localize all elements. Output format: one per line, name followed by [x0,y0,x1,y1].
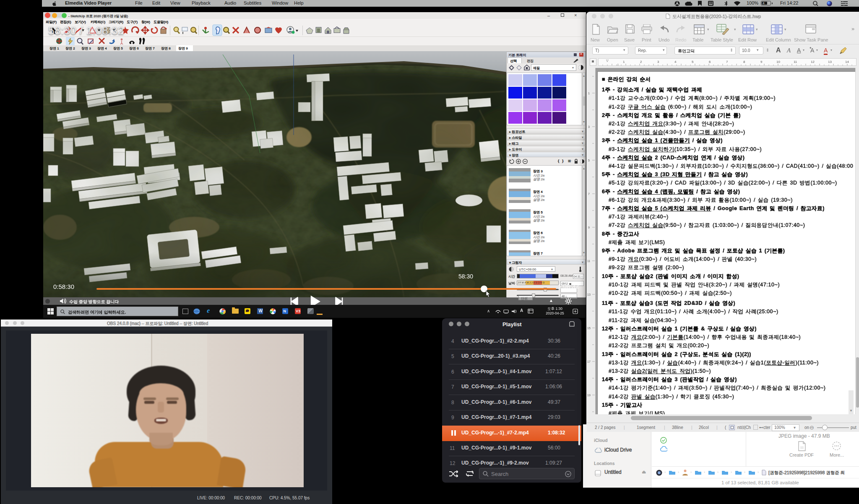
svg-text:1: 1 [623,60,625,64]
svg-text:9: 9 [760,60,763,64]
svg-text:13: 13 [828,60,832,64]
svg-text:13: 13 [587,293,591,296]
svg-text:7: 7 [726,60,728,64]
svg-text:9: 9 [588,226,590,229]
svg-text:11: 11 [587,260,590,262]
svg-text:6: 6 [709,60,711,64]
svg-text:4: 4 [674,60,677,64]
svg-text:12: 12 [811,60,815,64]
svg-text:3: 3 [657,60,659,64]
svg-text:11: 11 [794,60,797,64]
svg-text:7: 7 [588,192,590,195]
svg-text:8: 8 [743,60,745,64]
svg-text:1: 1 [588,92,590,95]
svg-text:5: 5 [588,159,590,162]
svg-text:15: 15 [587,327,591,330]
svg-text:19: 19 [587,394,591,397]
svg-text:10: 10 [776,60,780,64]
svg-text:5: 5 [692,60,694,64]
svg-text:2: 2 [640,60,642,64]
svg-text:3: 3 [588,125,590,128]
svg-text:17: 17 [587,360,591,363]
svg-text:14: 14 [845,60,849,64]
